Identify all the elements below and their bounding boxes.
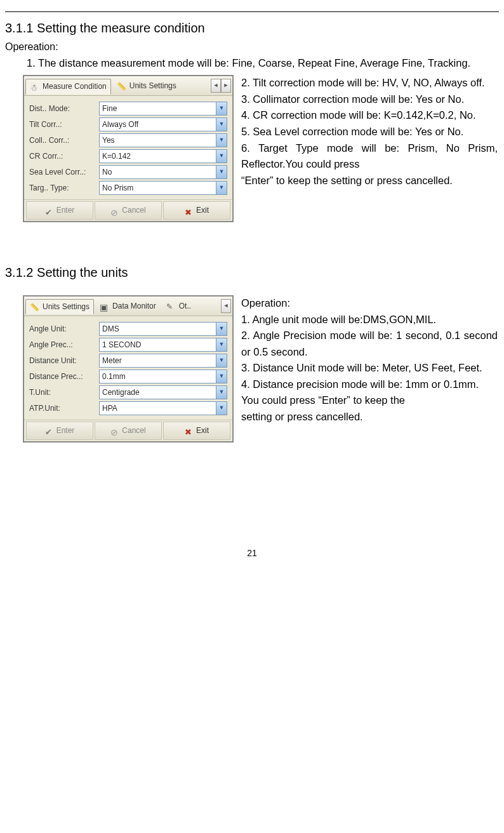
sec311-sidetext: 2. Tilt correction mode will be: HV, V, … bbox=[241, 75, 499, 172]
row-tilt-corr: Tilt Corr..: Always Off ▼ bbox=[29, 117, 227, 131]
chevron-down-icon: ▼ bbox=[216, 323, 227, 335]
tab-strip: Units Settings Data Monitor Ot.. ◄ bbox=[24, 297, 232, 316]
label-targ-type: Targ.. Type: bbox=[29, 182, 99, 194]
button-bar: Enter Cancel Exit bbox=[24, 420, 232, 441]
sec311-line6a: 6. Target Type mode will be: Prism, No P… bbox=[241, 140, 498, 173]
tab-measure-condition[interactable]: Measure Condition bbox=[25, 79, 111, 95]
label-dist-mode: Dist.. Mode: bbox=[29, 103, 99, 115]
ruler-icon bbox=[117, 81, 127, 91]
sec312-line3: 3. Distance Unit mode will be: Meter, US… bbox=[241, 360, 498, 377]
page-top-rule bbox=[5, 11, 499, 12]
row-cr-corr: CR Corr..: K=0.142 ▼ bbox=[29, 149, 227, 163]
sec311-line4: 4. CR correction mode will be: K=0.142,K… bbox=[241, 107, 498, 124]
row-atp-unit: ATP.Unit: HPA ▼ bbox=[29, 401, 227, 415]
tab-data-monitor[interactable]: Data Monitor bbox=[95, 298, 161, 314]
exit-button[interactable]: Exit bbox=[163, 201, 230, 220]
tab-scrollers: ◄ ► bbox=[211, 79, 231, 93]
prohibit-icon bbox=[110, 426, 119, 435]
monitor-icon bbox=[100, 301, 110, 311]
chevron-down-icon: ▼ bbox=[216, 338, 227, 351]
row-sea-level: Sea Level Corr..: No ▼ bbox=[29, 165, 227, 179]
page-number: 21 bbox=[5, 547, 499, 561]
check-icon bbox=[45, 426, 54, 435]
chevron-down-icon: ▼ bbox=[216, 166, 227, 178]
operation-label-311: Opereation: bbox=[5, 39, 499, 55]
sec312-line5a: You could press “Enter” to keep the bbox=[241, 392, 498, 409]
combo-tilt-corr[interactable]: Always Off ▼ bbox=[99, 117, 227, 131]
tab-scroll-left[interactable]: ◄ bbox=[221, 299, 231, 313]
chevron-down-icon: ▼ bbox=[216, 150, 227, 163]
row-distance-unit: Distance Unit: Meter ▼ bbox=[29, 354, 227, 368]
exit-button[interactable]: Exit bbox=[163, 422, 230, 440]
label-distance-unit: Distance Unit: bbox=[29, 355, 99, 367]
chevron-down-icon: ▼ bbox=[216, 118, 227, 131]
label-cr-corr: CR Corr..: bbox=[29, 150, 99, 163]
tab-units-settings[interactable]: Units Settings bbox=[112, 78, 181, 94]
combo-targ-type[interactable]: No Prism ▼ bbox=[99, 181, 227, 195]
pencil-icon bbox=[166, 301, 176, 311]
tab-label: Data Monitor bbox=[112, 300, 156, 312]
sec312-op-label: Operation: bbox=[241, 295, 498, 312]
screenshot-measure-condition: Measure Condition Units Settings ◄ ► Dis… bbox=[23, 75, 234, 222]
combo-value: No Prism bbox=[100, 182, 216, 194]
row-angle-prec: Angle Prec..: 1 SECOND ▼ bbox=[29, 338, 227, 352]
chevron-down-icon: ▼ bbox=[216, 102, 227, 115]
combo-value: HPA bbox=[100, 403, 216, 415]
form-body: Dist.. Mode: Fine ▼ Tilt Corr..: Always … bbox=[24, 96, 232, 199]
combo-sea-level[interactable]: No ▼ bbox=[99, 165, 227, 179]
combo-value: Centigrade bbox=[100, 387, 216, 399]
sec312-sidetext: Operation: 1. Angle unit mode will be:DM… bbox=[241, 295, 499, 409]
enter-button[interactable]: Enter bbox=[26, 422, 93, 440]
combo-value: Yes bbox=[100, 135, 216, 147]
close-icon bbox=[185, 426, 194, 435]
tab-strip: Measure Condition Units Settings ◄ ► bbox=[24, 76, 232, 96]
combo-angle-prec[interactable]: 1 SECOND ▼ bbox=[99, 338, 227, 352]
sec311-line3: 3. Collimator correction mode will be: Y… bbox=[241, 91, 498, 108]
combo-cr-corr[interactable]: K=0.142 ▼ bbox=[99, 149, 227, 163]
combo-coll-corr[interactable]: Yes ▼ bbox=[99, 133, 227, 147]
sec311-line5: 5. Sea Level correction mode will be: Ye… bbox=[241, 124, 498, 140]
combo-distance-prec[interactable]: 0.1mm ▼ bbox=[99, 370, 227, 383]
label-angle-unit: Angle Unit: bbox=[29, 323, 99, 335]
chevron-down-icon: ▼ bbox=[216, 134, 227, 147]
tab-other[interactable]: Ot.. bbox=[162, 298, 196, 314]
prohibit-icon bbox=[110, 206, 119, 215]
combo-atp-unit[interactable]: HPA ▼ bbox=[99, 401, 227, 415]
combo-angle-unit[interactable]: DMS ▼ bbox=[99, 322, 227, 336]
button-label: Exit bbox=[196, 425, 209, 437]
combo-distance-unit[interactable]: Meter ▼ bbox=[99, 354, 227, 368]
combo-dist-mode[interactable]: Fine ▼ bbox=[99, 102, 227, 116]
check-icon bbox=[45, 206, 54, 215]
button-label: Enter bbox=[56, 204, 75, 217]
button-label: Exit bbox=[196, 204, 209, 217]
combo-value: Always Off bbox=[100, 119, 216, 131]
tab-label: Measure Condition bbox=[43, 81, 107, 93]
combo-value: Fine bbox=[100, 103, 216, 115]
combo-value: 1 SECOND bbox=[100, 339, 216, 351]
label-atp-unit: ATP.Unit: bbox=[29, 403, 99, 415]
row-t-unit: T.Unit: Centigrade ▼ bbox=[29, 385, 227, 399]
tab-scroll-right[interactable]: ► bbox=[221, 79, 231, 93]
person-icon bbox=[30, 81, 40, 91]
cancel-button[interactable]: Cancel bbox=[95, 201, 162, 220]
label-angle-prec: Angle Prec..: bbox=[29, 339, 99, 351]
enter-button[interactable]: Enter bbox=[26, 201, 93, 220]
row-targ-type: Targ.. Type: No Prism ▼ bbox=[29, 181, 227, 195]
cancel-button[interactable]: Cancel bbox=[95, 422, 162, 440]
label-tilt-corr: Tilt Corr..: bbox=[29, 119, 99, 131]
tab-scroll-left[interactable]: ◄ bbox=[211, 79, 221, 93]
chevron-down-icon: ▼ bbox=[216, 402, 227, 415]
combo-t-unit[interactable]: Centigrade ▼ bbox=[99, 385, 227, 399]
tab-units-settings[interactable]: Units Settings bbox=[25, 299, 94, 315]
button-label: Cancel bbox=[122, 204, 145, 217]
label-sea-level: Sea Level Corr..: bbox=[29, 166, 99, 178]
tab-label: Units Settings bbox=[43, 301, 90, 313]
chevron-down-icon: ▼ bbox=[216, 370, 227, 383]
sec312-line4: 4. Distance precision mode will be: 1mm … bbox=[241, 377, 498, 393]
tab-label: Ot.. bbox=[179, 300, 191, 312]
label-t-unit: T.Unit: bbox=[29, 387, 99, 399]
combo-value: Meter bbox=[100, 355, 216, 367]
combo-value: 0.1mm bbox=[100, 371, 216, 383]
sec311-para1: 1. The distance measurement mode will be… bbox=[5, 55, 499, 72]
chevron-down-icon: ▼ bbox=[216, 182, 227, 194]
